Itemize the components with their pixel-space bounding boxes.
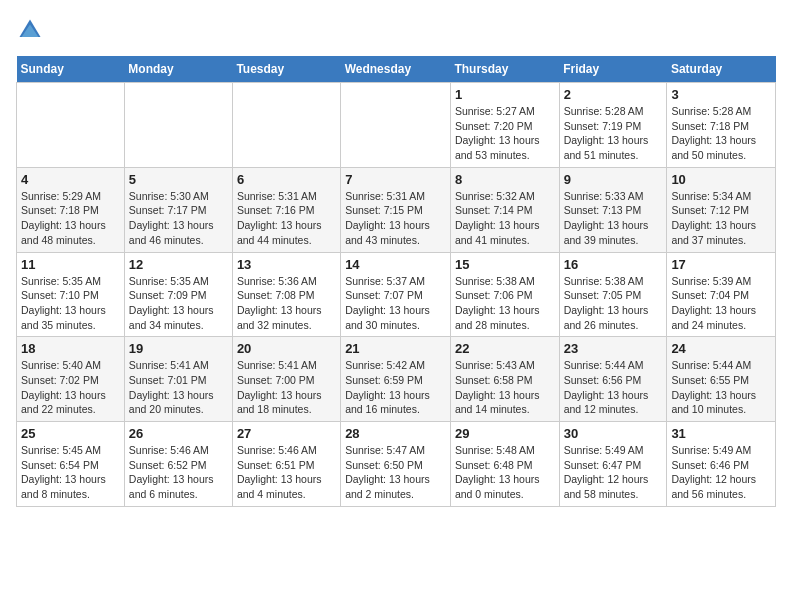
day-number: 31 [671,426,771,441]
day-number: 18 [21,341,120,356]
calendar-week-5: 25Sunrise: 5:45 AMSunset: 6:54 PMDayligh… [17,422,776,507]
day-number: 29 [455,426,555,441]
day-content: Sunrise: 5:28 AMSunset: 7:19 PMDaylight:… [564,104,663,163]
calendar-cell: 1Sunrise: 5:27 AMSunset: 7:20 PMDaylight… [450,83,559,168]
day-content: Sunrise: 5:48 AMSunset: 6:48 PMDaylight:… [455,443,555,502]
day-content: Sunrise: 5:30 AMSunset: 7:17 PMDaylight:… [129,189,228,248]
calendar-cell: 18Sunrise: 5:40 AMSunset: 7:02 PMDayligh… [17,337,125,422]
calendar-cell: 10Sunrise: 5:34 AMSunset: 7:12 PMDayligh… [667,167,776,252]
day-content: Sunrise: 5:28 AMSunset: 7:18 PMDaylight:… [671,104,771,163]
calendar-cell: 21Sunrise: 5:42 AMSunset: 6:59 PMDayligh… [341,337,451,422]
day-number: 22 [455,341,555,356]
day-content: Sunrise: 5:34 AMSunset: 7:12 PMDaylight:… [671,189,771,248]
calendar-cell: 4Sunrise: 5:29 AMSunset: 7:18 PMDaylight… [17,167,125,252]
day-content: Sunrise: 5:35 AMSunset: 7:10 PMDaylight:… [21,274,120,333]
calendar-cell: 27Sunrise: 5:46 AMSunset: 6:51 PMDayligh… [232,422,340,507]
day-number: 1 [455,87,555,102]
day-content: Sunrise: 5:35 AMSunset: 7:09 PMDaylight:… [129,274,228,333]
day-content: Sunrise: 5:45 AMSunset: 6:54 PMDaylight:… [21,443,120,502]
day-content: Sunrise: 5:44 AMSunset: 6:56 PMDaylight:… [564,358,663,417]
calendar-week-3: 11Sunrise: 5:35 AMSunset: 7:10 PMDayligh… [17,252,776,337]
day-number: 24 [671,341,771,356]
day-content: Sunrise: 5:46 AMSunset: 6:51 PMDaylight:… [237,443,336,502]
header-thursday: Thursday [450,56,559,83]
calendar-week-2: 4Sunrise: 5:29 AMSunset: 7:18 PMDaylight… [17,167,776,252]
calendar-cell: 13Sunrise: 5:36 AMSunset: 7:08 PMDayligh… [232,252,340,337]
day-number: 3 [671,87,771,102]
calendar-cell: 15Sunrise: 5:38 AMSunset: 7:06 PMDayligh… [450,252,559,337]
day-number: 17 [671,257,771,272]
header-friday: Friday [559,56,667,83]
calendar-table: SundayMondayTuesdayWednesdayThursdayFrid… [16,56,776,507]
day-content: Sunrise: 5:33 AMSunset: 7:13 PMDaylight:… [564,189,663,248]
day-content: Sunrise: 5:38 AMSunset: 7:06 PMDaylight:… [455,274,555,333]
day-number: 13 [237,257,336,272]
day-number: 21 [345,341,446,356]
day-number: 6 [237,172,336,187]
day-number: 5 [129,172,228,187]
header-monday: Monday [124,56,232,83]
day-number: 30 [564,426,663,441]
calendar-cell [124,83,232,168]
calendar-cell: 6Sunrise: 5:31 AMSunset: 7:16 PMDaylight… [232,167,340,252]
day-content: Sunrise: 5:31 AMSunset: 7:16 PMDaylight:… [237,189,336,248]
day-number: 7 [345,172,446,187]
calendar-cell: 31Sunrise: 5:49 AMSunset: 6:46 PMDayligh… [667,422,776,507]
calendar-cell: 14Sunrise: 5:37 AMSunset: 7:07 PMDayligh… [341,252,451,337]
day-content: Sunrise: 5:44 AMSunset: 6:55 PMDaylight:… [671,358,771,417]
day-number: 23 [564,341,663,356]
day-number: 28 [345,426,446,441]
day-number: 9 [564,172,663,187]
calendar-cell: 25Sunrise: 5:45 AMSunset: 6:54 PMDayligh… [17,422,125,507]
day-number: 20 [237,341,336,356]
calendar-cell: 3Sunrise: 5:28 AMSunset: 7:18 PMDaylight… [667,83,776,168]
day-content: Sunrise: 5:49 AMSunset: 6:47 PMDaylight:… [564,443,663,502]
day-number: 10 [671,172,771,187]
calendar-cell: 19Sunrise: 5:41 AMSunset: 7:01 PMDayligh… [124,337,232,422]
calendar-cell: 22Sunrise: 5:43 AMSunset: 6:58 PMDayligh… [450,337,559,422]
calendar-cell: 12Sunrise: 5:35 AMSunset: 7:09 PMDayligh… [124,252,232,337]
calendar-cell: 28Sunrise: 5:47 AMSunset: 6:50 PMDayligh… [341,422,451,507]
day-content: Sunrise: 5:42 AMSunset: 6:59 PMDaylight:… [345,358,446,417]
header-saturday: Saturday [667,56,776,83]
day-content: Sunrise: 5:37 AMSunset: 7:07 PMDaylight:… [345,274,446,333]
day-content: Sunrise: 5:27 AMSunset: 7:20 PMDaylight:… [455,104,555,163]
calendar-cell: 29Sunrise: 5:48 AMSunset: 6:48 PMDayligh… [450,422,559,507]
day-content: Sunrise: 5:46 AMSunset: 6:52 PMDaylight:… [129,443,228,502]
calendar-cell: 9Sunrise: 5:33 AMSunset: 7:13 PMDaylight… [559,167,667,252]
day-content: Sunrise: 5:47 AMSunset: 6:50 PMDaylight:… [345,443,446,502]
calendar-cell [341,83,451,168]
calendar-cell: 30Sunrise: 5:49 AMSunset: 6:47 PMDayligh… [559,422,667,507]
header-sunday: Sunday [17,56,125,83]
day-content: Sunrise: 5:40 AMSunset: 7:02 PMDaylight:… [21,358,120,417]
day-number: 26 [129,426,228,441]
day-number: 27 [237,426,336,441]
day-content: Sunrise: 5:38 AMSunset: 7:05 PMDaylight:… [564,274,663,333]
day-number: 16 [564,257,663,272]
day-content: Sunrise: 5:32 AMSunset: 7:14 PMDaylight:… [455,189,555,248]
calendar-cell [232,83,340,168]
calendar-cell: 24Sunrise: 5:44 AMSunset: 6:55 PMDayligh… [667,337,776,422]
day-number: 12 [129,257,228,272]
calendar-week-4: 18Sunrise: 5:40 AMSunset: 7:02 PMDayligh… [17,337,776,422]
calendar-week-1: 1Sunrise: 5:27 AMSunset: 7:20 PMDaylight… [17,83,776,168]
logo-icon [16,16,44,44]
calendar-cell: 17Sunrise: 5:39 AMSunset: 7:04 PMDayligh… [667,252,776,337]
day-number: 25 [21,426,120,441]
calendar-cell: 5Sunrise: 5:30 AMSunset: 7:17 PMDaylight… [124,167,232,252]
day-number: 19 [129,341,228,356]
day-content: Sunrise: 5:29 AMSunset: 7:18 PMDaylight:… [21,189,120,248]
day-number: 14 [345,257,446,272]
day-number: 4 [21,172,120,187]
day-number: 11 [21,257,120,272]
calendar-cell: 20Sunrise: 5:41 AMSunset: 7:00 PMDayligh… [232,337,340,422]
day-number: 15 [455,257,555,272]
header-tuesday: Tuesday [232,56,340,83]
logo [16,16,48,44]
day-content: Sunrise: 5:43 AMSunset: 6:58 PMDaylight:… [455,358,555,417]
calendar-cell [17,83,125,168]
day-content: Sunrise: 5:36 AMSunset: 7:08 PMDaylight:… [237,274,336,333]
calendar-cell: 8Sunrise: 5:32 AMSunset: 7:14 PMDaylight… [450,167,559,252]
day-number: 2 [564,87,663,102]
day-content: Sunrise: 5:41 AMSunset: 7:00 PMDaylight:… [237,358,336,417]
